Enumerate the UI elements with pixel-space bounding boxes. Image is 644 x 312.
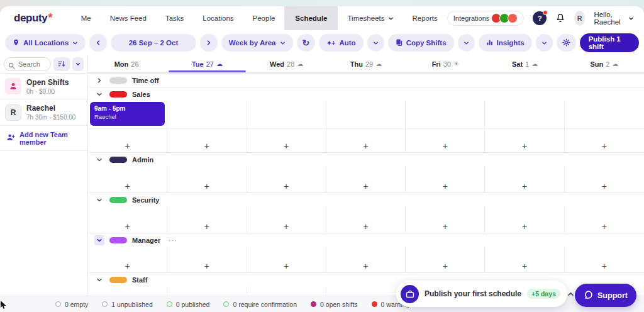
deputy-logo[interactable]: deputy * — [14, 12, 53, 25]
collapse-area-button[interactable] — [94, 155, 104, 165]
view-mode-button[interactable]: Week by Area — [221, 34, 293, 52]
schedule-cell[interactable]: + — [485, 206, 564, 233]
copy-shifts-button[interactable]: Copy Shifts — [388, 34, 454, 52]
expand-area-button[interactable] — [94, 75, 104, 86]
collapse-area-button[interactable] — [94, 89, 104, 99]
refresh-button[interactable]: ↻ — [297, 34, 316, 52]
add-shift-icon[interactable]: + — [443, 142, 448, 150]
schedule-cell[interactable]: + — [247, 101, 326, 152]
sort-dropdown-button[interactable] — [72, 57, 84, 71]
chevron-up-icon[interactable] — [567, 291, 574, 298]
schedule-cell[interactable]: + — [485, 101, 564, 152]
insights-button[interactable]: Insights — [479, 34, 532, 52]
schedule-cell[interactable]: + — [326, 206, 406, 233]
nav-item-locations[interactable]: Locations — [193, 6, 243, 30]
add-shift-icon[interactable]: + — [602, 262, 607, 270]
schedule-cell[interactable]: + — [326, 247, 406, 272]
shift-card[interactable]: 9am - 5pm Raechel — [90, 102, 165, 126]
locations-filter-button[interactable]: All Locations — [5, 34, 86, 52]
nav-item-timesheets[interactable]: Timesheets — [338, 6, 402, 30]
schedule-cell[interactable]: + — [167, 166, 247, 192]
add-shift-icon[interactable]: + — [363, 142, 368, 150]
auto-schedule-button[interactable]: ✦+ Auto — [319, 34, 363, 52]
support-button[interactable]: Support — [575, 284, 636, 307]
area-options-icon[interactable]: ··· — [168, 236, 177, 245]
add-shift-icon[interactable]: + — [443, 222, 448, 231]
schedule-cell[interactable]: + — [167, 101, 247, 152]
collapse-area-button[interactable] — [94, 275, 104, 285]
schedule-cell[interactable]: + — [247, 247, 326, 272]
schedule-cell[interactable]: + — [565, 101, 644, 152]
team-member-row[interactable]: R Raechel 7h 30m · $150.00 — [0, 99, 87, 126]
schedule-cell[interactable] — [88, 286, 167, 295]
schedule-cell[interactable] — [167, 286, 247, 295]
nav-item-me[interactable]: Me — [72, 6, 101, 30]
add-shift-icon[interactable]: + — [522, 142, 527, 150]
day-header-tue[interactable]: Tue27☁ — [167, 55, 247, 72]
add-shift-icon[interactable]: + — [363, 182, 368, 191]
whats-new-button[interactable]: ? — [533, 11, 547, 25]
user-avatar[interactable]: R — [574, 11, 585, 26]
open-shifts-row[interactable]: Open Shifts 0h · $0.00 — [0, 73, 87, 99]
schedule-cell[interactable]: + — [167, 206, 247, 233]
schedule-cell[interactable]: + — [247, 206, 326, 233]
schedule-cell[interactable]: + — [565, 206, 644, 233]
day-header-sun[interactable]: Sun2☁ — [565, 55, 644, 72]
day-header-wed[interactable]: Wed28☁ — [247, 55, 326, 72]
add-shift-icon[interactable]: + — [125, 182, 130, 191]
add-shift-icon[interactable]: + — [602, 142, 607, 150]
insights-dropdown-button[interactable] — [536, 34, 553, 52]
publish-prompt-card[interactable]: Publish your first schedule +5 days — [396, 281, 567, 307]
add-shift-icon[interactable]: + — [125, 222, 130, 231]
nav-item-tasks[interactable]: Tasks — [156, 6, 193, 30]
add-team-member-button[interactable]: Add new Team member — [0, 126, 87, 151]
schedule-cell[interactable] — [247, 286, 326, 295]
schedule-cell[interactable]: 9am - 5pm Raechel + — [88, 101, 167, 152]
day-header-mon[interactable]: Mon26 — [88, 55, 167, 72]
next-week-button[interactable] — [200, 34, 218, 52]
nav-item-schedule[interactable]: Schedule — [284, 6, 338, 30]
day-header-sat[interactable]: Sat1☁ — [485, 55, 564, 72]
add-shift-icon[interactable]: + — [363, 222, 368, 231]
date-range-button[interactable]: 26 Sep – 2 Oct — [111, 34, 196, 52]
add-shift-icon[interactable]: + — [284, 142, 289, 150]
add-shift-icon[interactable]: + — [204, 222, 209, 231]
add-shift-icon[interactable]: + — [204, 182, 209, 191]
add-shift-icon[interactable]: + — [522, 222, 527, 231]
schedule-cell[interactable]: + — [406, 166, 485, 192]
add-shift-icon[interactable]: + — [284, 262, 289, 270]
add-shift-icon[interactable]: + — [204, 142, 209, 150]
nav-item-people[interactable]: People — [243, 6, 285, 30]
add-shift-icon[interactable]: + — [125, 262, 130, 270]
schedule-cell[interactable]: + — [565, 247, 644, 272]
settings-button[interactable] — [557, 34, 576, 52]
schedule-cell[interactable]: + — [485, 166, 564, 192]
sort-button[interactable] — [53, 57, 70, 71]
add-shift-icon[interactable]: + — [204, 262, 209, 270]
publish-shift-button[interactable]: Publish 1 shift — [580, 33, 639, 52]
schedule-cell[interactable]: + — [88, 166, 167, 192]
add-shift-icon[interactable]: + — [284, 222, 289, 231]
add-shift-icon[interactable]: + — [602, 182, 607, 191]
schedule-cell[interactable]: + — [88, 206, 167, 233]
schedule-cell[interactable]: + — [326, 101, 406, 152]
nav-item-reports[interactable]: Reports — [403, 6, 447, 30]
add-shift-icon[interactable]: + — [443, 262, 448, 270]
add-shift-icon[interactable]: + — [125, 142, 130, 150]
schedule-cell[interactable]: + — [406, 206, 485, 233]
day-header-fri[interactable]: Fri30☀ — [406, 55, 485, 72]
nav-item-news-feed[interactable]: News Feed — [101, 6, 156, 30]
add-shift-icon[interactable]: + — [443, 182, 448, 191]
notifications-bell-icon[interactable] — [555, 13, 565, 23]
add-shift-icon[interactable]: + — [602, 222, 607, 231]
add-shift-icon[interactable]: + — [522, 182, 527, 191]
collapse-area-button[interactable] — [94, 235, 104, 245]
collapse-area-button[interactable] — [94, 195, 104, 205]
schedule-cell[interactable]: + — [167, 247, 247, 272]
schedule-cell[interactable]: + — [406, 101, 485, 152]
schedule-cell[interactable]: + — [565, 166, 644, 192]
previous-week-button[interactable] — [89, 34, 107, 52]
integrations-button[interactable]: Integrations — [447, 11, 524, 26]
add-shift-icon[interactable]: + — [284, 182, 289, 191]
add-shift-icon[interactable]: + — [363, 262, 368, 270]
